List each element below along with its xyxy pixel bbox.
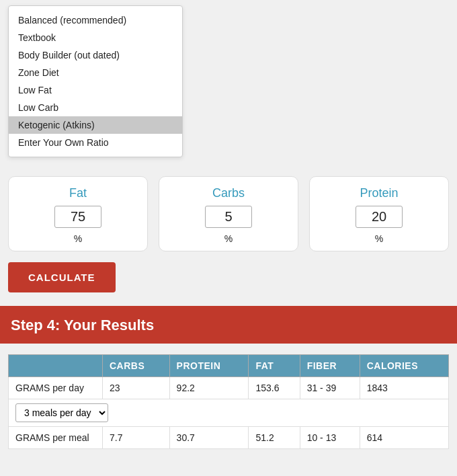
meals-select-cell: 1 meal per day2 meals per day3 meals per… [9,399,449,427]
dropdown-item-custom[interactable]: Enter Your Own Ratio [9,134,182,151]
carbs-unit: % [224,233,233,244]
fat-card: Fat % [8,176,148,251]
grams-per-meal-label: GRAMS per meal [9,427,103,449]
step4-header: Step 4: Your Results [0,307,457,344]
dropdown-item-balanced[interactable]: Balanced (recommended) [9,11,182,29]
dropdown-item-zonediet[interactable]: Zone Diet [9,64,182,81]
grams-per-day-label: GRAMS per day [9,377,103,399]
dropdown-item-lowcarb[interactable]: Low Carb [9,99,182,116]
fat-unit: % [74,233,82,244]
dropdown-item-ketogenic[interactable]: Ketogenic (Atkins) [9,116,182,134]
meals-select-row: 1 meal per day2 meals per day3 meals per… [9,399,449,427]
calculate-button[interactable]: CALCULATE [8,262,116,292]
grams-per-meal-fiber: 10 - 13 [300,427,360,449]
carbs-card: Carbs % [159,176,298,251]
col-header-empty [9,355,103,377]
grams-per-day-row: GRAMS per day 23 92.2 153.6 31 - 39 1843 [9,377,449,399]
diet-type-dropdown[interactable]: Balanced (recommended) Textbook Body Bui… [8,5,183,157]
grams-per-day-protein: 92.2 [169,377,249,399]
carbs-input[interactable] [205,206,252,228]
carbs-label: Carbs [212,186,245,200]
macros-row: Fat % Carbs % Protein % [0,165,457,262]
dropdown-item-textbook[interactable]: Textbook [9,29,182,46]
grams-per-day-carbs: 23 [103,377,170,399]
grams-per-meal-protein: 30.7 [169,427,249,449]
grams-per-meal-calories: 614 [360,427,448,449]
grams-per-meal-carbs: 7.7 [103,427,170,449]
col-header-fiber: FIBER [300,355,360,377]
grams-per-meal-row: GRAMS per meal 7.7 30.7 51.2 10 - 13 614 [9,427,449,449]
protein-unit: % [375,233,383,244]
meals-per-day-select[interactable]: 1 meal per day2 meals per day3 meals per… [15,403,108,422]
grams-per-day-calories: 1843 [360,377,448,399]
dropdown-item-lowfat[interactable]: Low Fat [9,81,182,99]
fat-input[interactable] [54,206,101,228]
grams-per-meal-fat: 51.2 [249,427,300,449]
col-header-protein: PROTEIN [169,355,249,377]
grams-per-day-fiber: 31 - 39 [300,377,360,399]
dropdown-item-bodybuilder[interactable]: Body Builder (out dated) [9,46,182,64]
col-header-fat: FAT [249,355,300,377]
table-header-row: CARBS PROTEIN FAT FIBER CALORIES [9,355,449,377]
results-section: CARBS PROTEIN FAT FIBER CALORIES GRAMS p… [0,344,457,449]
results-table: CARBS PROTEIN FAT FIBER CALORIES GRAMS p… [8,354,449,449]
protein-input[interactable] [356,206,403,228]
grams-per-day-fat: 153.6 [249,377,300,399]
col-header-calories: CALORIES [360,355,448,377]
protein-card: Protein % [309,176,449,251]
col-header-carbs: CARBS [103,355,170,377]
protein-label: Protein [360,186,398,200]
fat-label: Fat [69,186,87,200]
